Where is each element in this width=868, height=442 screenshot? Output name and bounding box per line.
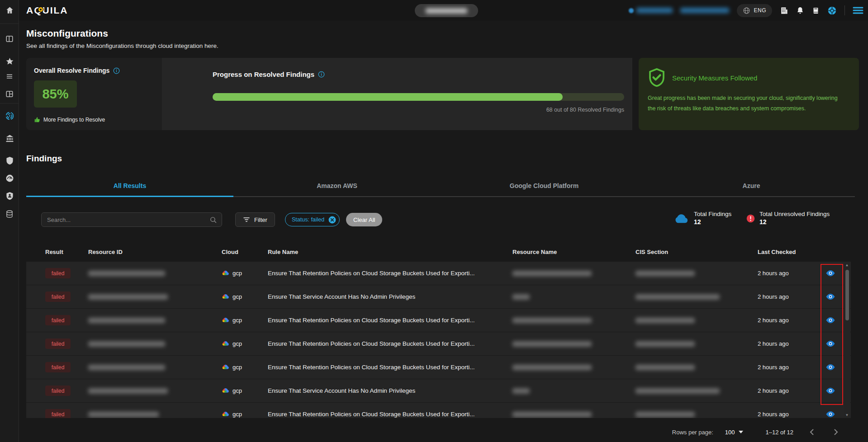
nav-divider <box>844 5 845 15</box>
scroll-down-arrow[interactable]: ▼ <box>844 412 850 418</box>
redacted-center-pill[interactable] <box>415 4 478 17</box>
gcp-icon <box>222 294 229 300</box>
rule-name: Ensure That Retention Policies on Cloud … <box>268 270 512 277</box>
support-button[interactable] <box>827 6 837 15</box>
redacted-resource-id <box>88 365 165 370</box>
sidebar <box>0 0 19 442</box>
progress-caption: 68 out of 80 Resolved Findings <box>213 107 624 113</box>
column-header: Rule Name <box>268 249 512 255</box>
caret-down-icon <box>739 431 743 433</box>
database-icon[interactable] <box>0 206 19 221</box>
organization-button[interactable] <box>780 6 788 15</box>
view-finding-button[interactable] <box>822 290 839 304</box>
view-finding-button[interactable] <box>822 314 839 327</box>
overall-card-title: Overall Resolve Findings <box>34 67 109 74</box>
search-input[interactable] <box>42 216 209 223</box>
book-icon <box>812 6 820 15</box>
findings-tabs: All ResultsAmazon AWSGoogle Cloud Platfo… <box>26 175 855 197</box>
dashboard-icon[interactable] <box>0 86 19 102</box>
building-icon <box>780 6 788 15</box>
home-icon[interactable] <box>0 2 19 18</box>
table-row: failedgcpEnsure That Retention Policies … <box>26 332 851 356</box>
filter-label: Filter <box>254 216 267 223</box>
result-badge: failed <box>45 315 71 325</box>
stat-label: Total Findings <box>694 211 731 217</box>
info-icon[interactable] <box>318 71 325 78</box>
main-menu-button[interactable] <box>853 6 863 14</box>
redacted-nav-item[interactable] <box>629 8 673 13</box>
tab-amazon-aws[interactable]: Amazon AWS <box>233 175 441 196</box>
view-finding-button[interactable] <box>822 408 839 418</box>
view-finding-button[interactable] <box>822 384 839 398</box>
last-checked: 2 hours ago <box>758 411 822 418</box>
previous-page-button[interactable] <box>805 426 818 438</box>
view-finding-button[interactable] <box>822 267 839 280</box>
docs-button[interactable] <box>812 6 820 15</box>
next-page-button[interactable] <box>830 426 842 438</box>
logo-text: AQUILA <box>26 5 68 15</box>
rule-name: Ensure That Retention Policies on Cloud … <box>268 340 512 347</box>
notifications-button[interactable] <box>796 6 804 15</box>
status-filter-chip[interactable]: Status: failed <box>285 213 340 226</box>
last-checked: 2 hours ago <box>758 293 822 300</box>
rows-per-page-select[interactable]: 100 <box>725 429 743 436</box>
page-range: 1–12 of 12 <box>766 429 793 436</box>
overall-note-text: More Findings to Resolve <box>43 117 105 123</box>
redacted-cis-section <box>636 365 695 370</box>
redacted-resource-name <box>512 318 592 323</box>
misconfigurations-radar-icon[interactable] <box>0 108 19 123</box>
findings-heading: Findings <box>26 154 62 164</box>
gcp-icon <box>222 270 229 276</box>
table-row: failedgcpEnsure That Retention Policies … <box>26 403 851 418</box>
stat-value: 12 <box>759 218 830 226</box>
aquila-logo[interactable]: AQUILA <box>26 5 68 16</box>
redacted-resource-name <box>512 388 530 394</box>
rule-name: Ensure That Service Account Has No Admin… <box>268 293 512 300</box>
table-row: failedgcpEnsure That Service Account Has… <box>26 379 851 403</box>
page-subtitle: See all findings of the Misconfiguration… <box>26 42 218 49</box>
tab-google-cloud-platform[interactable]: Google Cloud Platform <box>441 175 648 196</box>
language-selector[interactable]: ENG <box>737 4 772 17</box>
lifebuoy-icon <box>827 6 837 15</box>
redacted-nav-item[interactable] <box>680 8 729 13</box>
redacted-resource-id <box>88 388 168 394</box>
total-unresolved-stat: Total Unresolved Findings 12 <box>746 211 830 226</box>
filter-button[interactable]: Filter <box>235 212 275 227</box>
shield-user-icon[interactable] <box>0 188 19 203</box>
vertical-scrollbar[interactable]: ▲ ▼ <box>844 262 850 418</box>
list-icon[interactable] <box>0 69 19 84</box>
redacted-cis-section <box>636 388 720 394</box>
bank-icon[interactable] <box>0 131 19 146</box>
redacted-resource-name <box>512 294 530 300</box>
redacted-resource-name <box>512 271 592 276</box>
result-badge: failed <box>45 386 71 396</box>
last-checked: 2 hours ago <box>758 340 822 347</box>
status-dot-icon <box>629 8 634 13</box>
column-header: Last Checked <box>758 249 822 255</box>
clear-all-button[interactable]: Clear All <box>346 213 382 226</box>
table-body: failedgcpEnsure That Retention Policies … <box>26 262 851 418</box>
view-finding-button[interactable] <box>822 361 839 374</box>
tab-all-results[interactable]: All Results <box>26 175 233 196</box>
info-icon[interactable] <box>113 67 120 74</box>
redacted-cis-section <box>636 318 695 323</box>
resolve-percentage-chip: 85% <box>34 80 77 108</box>
redacted-resource-name <box>512 341 592 347</box>
security-card-body: Great progress has been made in securing… <box>648 93 847 114</box>
column-header: Resource ID <box>88 249 222 255</box>
language-label: ENG <box>754 7 766 14</box>
scrollbar-thumb[interactable] <box>845 270 849 320</box>
star-icon[interactable] <box>0 53 19 69</box>
chevron-right-icon <box>834 429 838 435</box>
thumbs-up-icon <box>34 117 40 123</box>
filter-icon <box>243 216 250 223</box>
panel-left-icon[interactable] <box>0 31 19 47</box>
tab-azure[interactable]: Azure <box>648 175 855 196</box>
eye-icon <box>825 317 835 324</box>
shield-icon[interactable] <box>0 153 19 168</box>
gcp-icon <box>222 388 229 394</box>
view-finding-button[interactable] <box>822 337 839 351</box>
remove-filter-icon[interactable] <box>328 216 337 224</box>
gauge-icon[interactable] <box>0 170 19 186</box>
scroll-up-arrow[interactable]: ▲ <box>844 262 850 268</box>
